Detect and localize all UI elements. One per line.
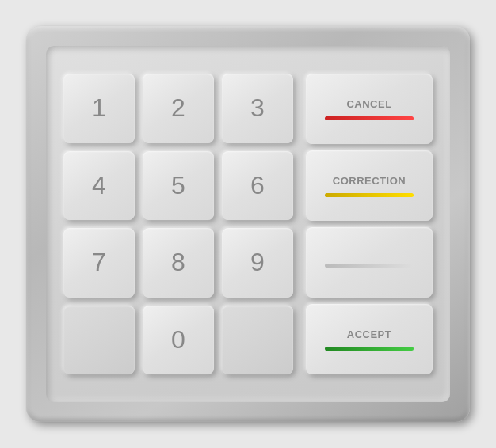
key-empty2-button [222, 306, 293, 375]
key-2-button[interactable]: 2 [143, 74, 214, 143]
correction-label: CORRECTION [333, 175, 406, 187]
key-6-button[interactable]: 6 [222, 151, 293, 221]
correction-button[interactable]: CORRECTION [306, 150, 433, 221]
key-3-button[interactable]: 3 [222, 74, 293, 143]
accept-label: ACCEPT [347, 328, 391, 340]
numpad: 1 2 3 4 5 6 7 8 9 0 [63, 74, 293, 374]
key-empty-button [63, 306, 135, 375]
cancel-indicator [325, 116, 414, 120]
cancel-button[interactable]: CANCEL [306, 74, 433, 144]
atm-outer-frame: 1 2 3 4 5 6 7 8 9 0 CANCEL CORRECTION [26, 26, 470, 422]
key-8-button[interactable]: 8 [143, 228, 214, 298]
correction-indicator [325, 193, 414, 197]
accept-button[interactable]: ACCEPT [306, 304, 433, 374]
key-4-button[interactable]: 4 [63, 151, 135, 221]
key-5-button[interactable]: 5 [143, 151, 214, 221]
key-0-button[interactable]: 0 [143, 306, 214, 375]
blank-indicator [325, 264, 414, 268]
cancel-label: CANCEL [346, 98, 391, 110]
atm-inner-panel: 1 2 3 4 5 6 7 8 9 0 CANCEL CORRECTION [46, 46, 450, 402]
key-9-button[interactable]: 9 [222, 228, 293, 298]
key-7-button[interactable]: 7 [63, 228, 135, 298]
key-1-button[interactable]: 1 [63, 74, 135, 143]
action-buttons-panel: CANCEL CORRECTION ACCEPT [306, 74, 433, 374]
accept-indicator [325, 347, 414, 351]
blank-button [306, 227, 433, 298]
